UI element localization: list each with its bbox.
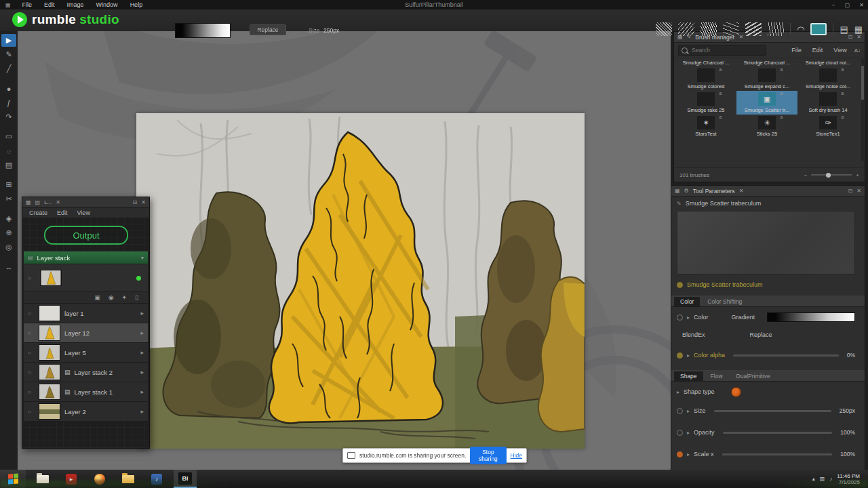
sort-az-icon[interactable]: A↓ <box>854 47 861 54</box>
effect-icon[interactable]: ✦ <box>122 294 127 301</box>
search-input[interactable] <box>690 46 761 54</box>
gradient-preview-swatch[interactable] <box>175 23 231 38</box>
effects-tool[interactable]: ƒ <box>1 96 16 109</box>
tab-close-icon[interactable]: ✕ <box>56 199 60 205</box>
tab-close-icon[interactable]: ✕ <box>739 188 744 194</box>
smudge-tool[interactable]: ● <box>1 82 16 95</box>
brush-preset-icon-1[interactable] <box>656 22 672 36</box>
curve-tool[interactable]: ↷ <box>1 110 16 123</box>
layers-tool[interactable]: ▤ <box>1 159 16 171</box>
crop-tool[interactable]: ✂ <box>1 192 16 205</box>
expand-chevron-icon[interactable]: ▸ <box>687 408 690 414</box>
link-dot-icon[interactable] <box>677 314 683 321</box>
visibility-icon[interactable]: ○ <box>28 369 35 375</box>
brush-preset-icon-6[interactable] <box>768 22 784 36</box>
maximize-icon[interactable]: ▢ <box>845 2 850 8</box>
collapse-chevron-icon[interactable]: ▾ <box>141 255 144 261</box>
brush-preset-icon-5[interactable] <box>745 22 762 36</box>
visibility-icon[interactable]: ○ <box>28 330 35 336</box>
visibility-icon[interactable]: ○ <box>28 409 35 415</box>
brush-menu-edit[interactable]: Edit <box>809 47 827 54</box>
tab-color-shifting[interactable]: Color Shifting <box>701 297 748 306</box>
expand-chevron-icon[interactable]: ▸ <box>677 389 679 395</box>
brush-item[interactable]: Smudge Charcoal ... <box>736 58 797 67</box>
menu-window[interactable]: Window <box>90 1 124 8</box>
brush-item[interactable]: Smudge Charcoal ... <box>675 58 736 67</box>
layer-row[interactable]: ○ ▤ Layer stack 2 ▸ <box>24 363 148 382</box>
brush-item[interactable]: ✳a Sticks 25 <box>736 115 797 138</box>
blendex-value[interactable]: Replace <box>750 331 772 338</box>
output-node-button[interactable]: Output <box>44 226 128 245</box>
brush-tool[interactable]: ╱ <box>1 62 16 75</box>
layer-stack-header[interactable]: ▤ Layer stack ▾ <box>24 251 148 264</box>
tool-parameters-titlebar[interactable]: ▦ ⚙ Tool Parameters ✕ ⊡ ✕ <box>671 186 865 197</box>
pen-tool[interactable]: ✎ <box>1 48 16 61</box>
trash-icon[interactable]: ▯ <box>135 294 138 301</box>
scale-x-slider[interactable] <box>722 453 833 455</box>
marquee-select-tool[interactable]: ▭ <box>1 130 16 143</box>
tab-shape[interactable]: Shape <box>674 371 703 381</box>
brush-item[interactable]: a Smudge colored <box>675 67 736 91</box>
link-dot-icon[interactable] <box>677 352 683 359</box>
brush-item[interactable]: a Smudge noise col... <box>797 67 859 91</box>
brush-item[interactable]: a Soft dry brush 14 <box>797 91 859 115</box>
expand-chevron-icon[interactable]: ▸ <box>140 408 144 415</box>
expand-chevron-icon[interactable]: ▸ <box>140 388 144 395</box>
layer-row[interactable]: ○ Layer 5 ▸ <box>24 343 148 363</box>
tab-color[interactable]: Color <box>674 297 700 306</box>
expand-chevron-icon[interactable]: ▸ <box>687 430 690 436</box>
drag-handle-icon[interactable]: ▦ <box>26 199 31 205</box>
shape-type-swatch[interactable] <box>731 387 741 397</box>
brush-item[interactable]: a Smudge rake 25 <box>675 91 736 115</box>
grid-tool[interactable]: ⊞ <box>1 178 16 191</box>
scrollbar[interactable] <box>861 59 864 161</box>
brush-label-row[interactable]: Smudge Scatter trabeculum <box>671 278 865 291</box>
link-dot-icon[interactable] <box>677 408 683 414</box>
menu-edit[interactable]: Edit <box>57 209 68 216</box>
screen-share-active-icon[interactable] <box>810 23 827 35</box>
brush-item[interactable]: a Smudge expand c... <box>736 67 797 91</box>
zoom-tool[interactable]: ⊕ <box>1 226 16 239</box>
expand-chevron-icon[interactable]: ▸ <box>140 369 144 375</box>
hide-link[interactable]: Hide <box>511 452 522 459</box>
gradient-strip[interactable] <box>767 312 855 322</box>
brush-preset-icon-4[interactable] <box>723 22 739 36</box>
color-alpha-slider[interactable] <box>733 354 839 357</box>
zoom-in-icon[interactable]: + <box>856 172 859 178</box>
layer-row-selected[interactable]: ○ Layer 12 ▸ <box>24 323 148 343</box>
visibility-icon[interactable]: ○ <box>28 350 35 356</box>
transform-tool[interactable]: ↔ <box>1 260 16 273</box>
app-icon[interactable]: ▦ <box>5 2 11 8</box>
expand-chevron-icon[interactable]: ▸ <box>140 349 144 356</box>
opacity-slider[interactable] <box>723 432 833 434</box>
brush-menu-view[interactable]: View <box>830 47 850 54</box>
brush-item-selected[interactable]: ▣a Smudge Scatter tr... <box>736 91 797 115</box>
search-box[interactable] <box>678 45 766 56</box>
move-tool[interactable]: ◈ <box>1 212 16 225</box>
blend-mode-replace-button[interactable]: Replace <box>250 24 286 35</box>
menu-file[interactable]: File <box>16 1 39 8</box>
expand-chevron-icon[interactable]: ▸ <box>140 329 144 336</box>
panel-pop-icon[interactable]: ⊡ <box>133 199 138 205</box>
layer-row[interactable]: ○ ▤ Layer stack 1 ▸ <box>24 382 148 402</box>
brush-menu-file[interactable]: File <box>788 47 805 54</box>
expand-chevron-icon[interactable]: ▸ <box>687 352 690 359</box>
link-dot-icon[interactable] <box>677 430 683 436</box>
visibility-icon[interactable]: ○ <box>28 275 35 281</box>
close-icon[interactable]: ✕ <box>859 2 864 8</box>
lasso-tool[interactable]: ◌ <box>1 144 16 157</box>
visibility-icon[interactable]: ○ <box>28 389 35 395</box>
link-dot-icon[interactable] <box>677 451 683 458</box>
drag-handle-icon[interactable]: ▦ <box>675 188 680 194</box>
expand-chevron-icon[interactable]: ▸ <box>687 451 690 458</box>
brush-item[interactable]: ✶a StarsTest <box>675 115 736 138</box>
brush-item[interactable]: ✑a StoneTex1 <box>797 115 859 138</box>
size-slider[interactable] <box>714 410 831 412</box>
layer-panel-titlebar[interactable]: ▦ ▤ L... ✕ ⊡ ✕ <box>22 197 149 208</box>
panel-close-icon[interactable]: ✕ <box>141 199 146 205</box>
brush-preset-icon-3[interactable] <box>701 22 717 36</box>
stop-sharing-button[interactable]: Stop sharing <box>470 447 506 464</box>
brush-size-value[interactable]: 250px <box>323 27 339 34</box>
pointer-tool[interactable]: ▶ <box>1 34 16 47</box>
layer-row[interactable]: ○ Layer 2 ▸ <box>24 402 148 422</box>
